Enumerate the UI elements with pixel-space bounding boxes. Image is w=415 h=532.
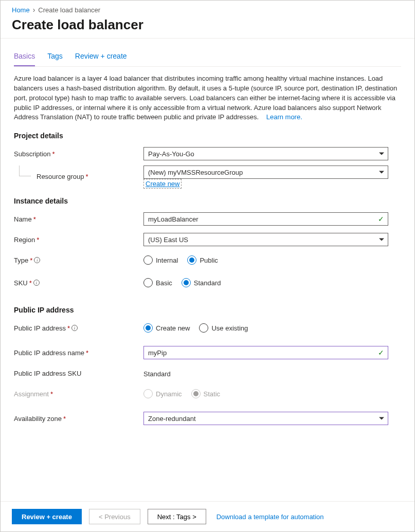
label-assignment: Assignment* <box>14 390 143 398</box>
tab-basics[interactable]: Basics <box>14 49 35 66</box>
download-template-link[interactable]: Download a template for automation <box>216 513 324 521</box>
radio-type-public[interactable]: Public <box>187 255 218 265</box>
previous-button: < Previous <box>89 509 140 524</box>
section-public-ip: Public IP address <box>14 306 401 314</box>
description-text: Azure load balancer is a layer 4 load ba… <box>14 74 401 122</box>
section-project-details: Project details <box>14 132 401 140</box>
radio-pip-use-existing[interactable]: Use existing <box>199 323 248 333</box>
section-instance-details: Instance details <box>14 197 401 205</box>
breadcrumb-current: Create load balancer <box>38 6 100 14</box>
label-sku: SKU* <box>14 279 143 287</box>
content-pane: Basics Tags Review + create Azure load b… <box>1 39 414 501</box>
radio-assignment-static: Static <box>191 389 221 398</box>
radio-sku-basic[interactable]: Basic <box>143 278 172 287</box>
label-subscription: Subscription* <box>14 150 143 158</box>
learn-more-link[interactable]: Learn more. <box>266 113 302 121</box>
select-availability-zone[interactable]: Zone-redundant <box>143 412 388 425</box>
select-region[interactable]: (US) East US <box>143 233 388 246</box>
radio-sku-standard[interactable]: Standard <box>182 278 221 287</box>
review-create-button[interactable]: Review + create <box>12 509 82 524</box>
label-name: Name* <box>14 215 143 223</box>
footer-bar: Review + create < Previous Next : Tags >… <box>1 501 414 531</box>
radio-pip-create-new[interactable]: Create new <box>143 323 190 333</box>
breadcrumb-separator <box>33 6 35 14</box>
label-type: Type* <box>14 256 143 264</box>
label-availability-zone: Availability zone* <box>14 415 143 423</box>
select-subscription[interactable]: Pay-As-You-Go <box>143 147 388 160</box>
tab-tags[interactable]: Tags <box>47 49 63 66</box>
info-icon[interactable] <box>71 325 78 331</box>
label-public-ip-name: Public IP address name* <box>14 349 143 357</box>
radio-assignment-dynamic: Dynamic <box>143 389 182 398</box>
breadcrumb: Home Create load balancer <box>1 1 414 17</box>
label-region: Region* <box>14 236 143 244</box>
breadcrumb-home[interactable]: Home <box>12 6 30 14</box>
input-name[interactable]: myLoadBalancer <box>143 212 388 226</box>
page-title: Create load balancer <box>1 17 414 39</box>
text-public-ip-sku: Standard <box>143 369 388 378</box>
next-button[interactable]: Next : Tags > <box>148 509 206 524</box>
label-public-ip-address: Public IP address* <box>14 324 143 332</box>
info-icon[interactable] <box>33 280 40 286</box>
create-new-resource-group-link[interactable]: Create new <box>143 179 182 189</box>
label-public-ip-sku: Public IP address SKU <box>14 370 143 377</box>
label-resource-group: Resource group* <box>14 173 143 180</box>
tabs: Basics Tags Review + create <box>14 49 401 67</box>
input-public-ip-name[interactable]: myPip <box>143 346 388 359</box>
info-icon[interactable] <box>34 257 40 263</box>
radio-type-internal[interactable]: Internal <box>143 255 178 265</box>
select-resource-group[interactable]: (New) myVMSSResourceGroup <box>143 166 388 179</box>
tab-review[interactable]: Review + create <box>75 49 127 66</box>
